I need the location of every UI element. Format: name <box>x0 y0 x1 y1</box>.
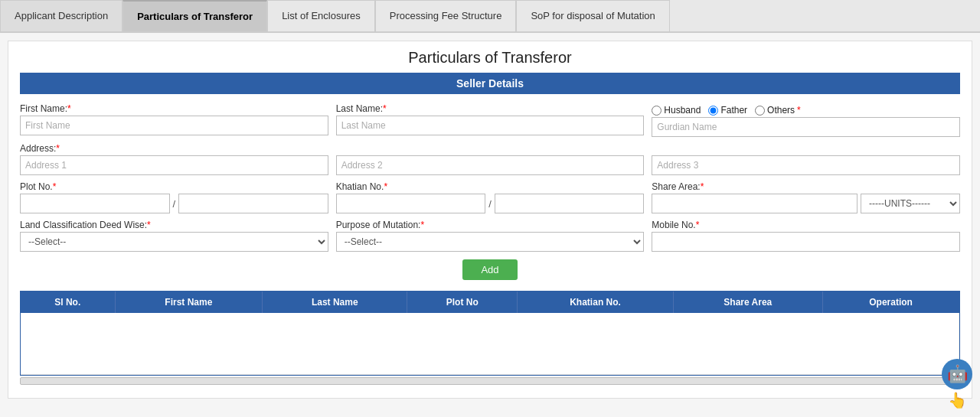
form-row-1: First Name:* Last Name:* Husband Father <box>20 103 960 137</box>
khatian-no-label: Khatian No.* <box>336 181 645 192</box>
purpose-group: Purpose of Mutation:* --Select-- <box>336 220 645 252</box>
tab-sop-disposal[interactable]: SoP for disposal of Mutation <box>516 0 669 31</box>
radio-father-label[interactable]: Father <box>708 105 747 116</box>
add-button[interactable]: Add <box>462 259 517 280</box>
guardian-name-input[interactable] <box>652 117 960 137</box>
col-operation: Operation <box>822 292 959 313</box>
table-header-row: Sl No. First Name Last Name Plot No Khat… <box>21 292 959 313</box>
plot-no-input1[interactable] <box>20 194 170 213</box>
col-share-area: Share Area <box>673 292 822 313</box>
share-area-input[interactable] <box>652 194 858 213</box>
main-content: Particulars of Transferor Seller Details… <box>8 41 972 399</box>
khatian-no-input2[interactable] <box>495 194 645 213</box>
plot-slash: / <box>173 198 176 210</box>
address1-group: Address:* <box>20 143 328 175</box>
form-row-2: Address:* <box>20 143 960 175</box>
khatian-slash: / <box>488 198 492 210</box>
radio-husband-label[interactable]: Husband <box>652 105 701 116</box>
share-area-label: Share Area:* <box>652 181 960 192</box>
radio-father[interactable] <box>708 106 718 116</box>
first-name-input[interactable] <box>20 116 328 135</box>
table-empty-row <box>21 313 959 374</box>
col-first-name: First Name <box>115 292 263 313</box>
last-name-label: Last Name:* <box>336 103 645 114</box>
radio-others[interactable] <box>755 106 765 116</box>
form-row-3: Plot No.* / Khatian No.* / Share Area:* <box>20 181 960 213</box>
bot-area: 🤖 👆 <box>942 359 972 406</box>
col-plot-no: Plot No <box>407 292 518 313</box>
plot-no-input2[interactable] <box>178 194 328 213</box>
address1-input[interactable] <box>20 155 328 175</box>
address3-group <box>652 143 960 175</box>
radio-husband[interactable] <box>652 106 662 116</box>
table-header: Sl No. First Name Last Name Plot No Khat… <box>21 292 959 313</box>
data-table-wrapper: Sl No. First Name Last Name Plot No Khat… <box>20 291 960 376</box>
last-name-group: Last Name:* <box>336 103 645 137</box>
last-name-input[interactable] <box>336 116 645 135</box>
guardian-group: Husband Father Others* <box>652 103 960 137</box>
land-class-group: Land Classification Deed Wise:* --Select… <box>20 220 328 252</box>
col-sl-no: Sl No. <box>21 292 115 313</box>
data-table: Sl No. First Name Last Name Plot No Khat… <box>21 292 959 375</box>
purpose-label: Purpose of Mutation:* <box>336 220 645 230</box>
mobile-no-group: Mobile No.* <box>652 220 960 252</box>
address2-group <box>336 143 645 175</box>
address2-label <box>336 143 645 154</box>
khatian-no-input1[interactable] <box>336 194 486 213</box>
tab-processing-fee-structure[interactable]: Processing Fee Structure <box>375 0 517 31</box>
address3-input[interactable] <box>652 155 960 175</box>
add-btn-row: Add <box>20 259 960 280</box>
col-last-name: Last Name <box>263 292 407 313</box>
bot-icon: 🤖 <box>942 359 972 389</box>
address3-label <box>652 143 960 154</box>
mobile-no-label: Mobile No.* <box>652 220 960 230</box>
land-class-select[interactable]: --Select-- <box>20 232 328 252</box>
tab-bar: Applicant Description Particulars of Tra… <box>0 0 980 33</box>
hand-icon: 👆 <box>948 391 967 406</box>
table-body <box>21 313 959 374</box>
table-empty-cell <box>21 313 959 374</box>
share-area-units-select[interactable]: -----UNITS------ Acres Hectares Square M… <box>861 194 960 213</box>
share-area-group: Share Area:* -----UNITS------ Acres Hect… <box>652 181 960 213</box>
purpose-select[interactable]: --Select-- <box>336 232 645 252</box>
tab-list-of-enclosures[interactable]: List of Enclosures <box>267 0 375 31</box>
mobile-no-input[interactable] <box>652 232 960 252</box>
radio-group: Husband Father Others* <box>652 103 960 116</box>
address-label: Address:* <box>20 143 328 154</box>
section-header: Seller Details <box>20 73 960 94</box>
tab-applicant-description[interactable]: Applicant Description <box>0 0 122 31</box>
plot-no-group: Plot No.* / <box>20 181 328 213</box>
share-area-input-group: -----UNITS------ Acres Hectares Square M… <box>652 194 960 213</box>
table-scroll-stub <box>20 376 960 386</box>
page-title: Particulars of Transferor <box>20 49 960 67</box>
plot-no-pair: / <box>20 194 328 213</box>
tab-particulars-of-transferor[interactable]: Particulars of Transferor <box>122 0 267 31</box>
address2-input[interactable] <box>336 155 645 175</box>
khatian-no-pair: / <box>336 194 645 213</box>
horizontal-scrollbar[interactable] <box>20 377 960 385</box>
land-class-label: Land Classification Deed Wise:* <box>20 220 328 230</box>
khatian-no-group: Khatian No.* / <box>336 181 645 213</box>
col-khatian-no: Khatian No. <box>518 292 674 313</box>
form-row-4: Land Classification Deed Wise:* --Select… <box>20 220 960 252</box>
first-name-label: First Name:* <box>20 103 328 114</box>
plot-no-label: Plot No.* <box>20 181 328 192</box>
first-name-group: First Name:* <box>20 103 328 137</box>
radio-others-label[interactable]: Others* <box>755 105 801 116</box>
